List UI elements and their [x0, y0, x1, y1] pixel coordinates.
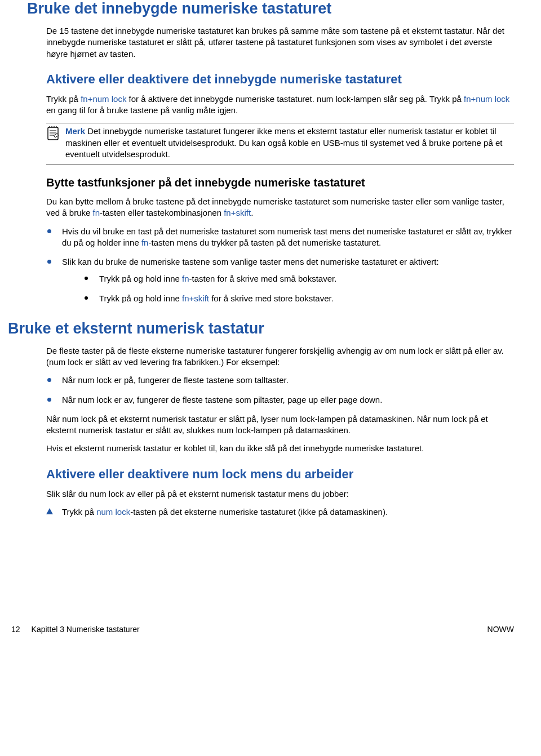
key-fn-shift: fn+skift: [224, 208, 251, 217]
step-list: Trykk på num lock-tasten på det eksterne…: [46, 506, 514, 518]
list-item: Når num lock er på, fungerer de fleste t…: [46, 375, 514, 386]
text: -tasten på det eksterne numeriske tastat…: [130, 507, 388, 517]
key-fn: fn: [141, 238, 149, 247]
bullet-list: Hvis du vil bruke en tast på det numeris…: [46, 226, 514, 304]
text: Det innebygde numeriske tastaturet funge…: [65, 126, 502, 159]
note-label: Merk: [65, 126, 85, 136]
text: en gang til for å bruke tastene på vanli…: [46, 105, 238, 115]
heading-switch-functions: Bytte tastfunksjoner på det innebygde nu…: [46, 176, 514, 189]
text: for å skrive med store bokstaver.: [209, 293, 334, 303]
key-fn-numlock: fn+num lock: [81, 94, 126, 104]
list-item: Hvis du vil bruke en tast på det numeris…: [46, 226, 514, 249]
heading-numlock-working: Aktivere eller deaktivere num lock mens …: [46, 467, 514, 482]
para-numlock-lamp: Når num lock på et eksternt numerisk tas…: [46, 413, 514, 437]
text: Slik kan du bruke de numeriske tastene s…: [62, 257, 439, 266]
heading-activate-embedded: Aktivere eller deaktivere det innebygde …: [46, 72, 514, 87]
chapter-label: Kapittel 3 Numeriske tastaturer: [32, 625, 140, 634]
footer-right: NOWW: [487, 625, 514, 634]
key-fn: fn: [93, 208, 100, 217]
text: -tasten for å skrive med små bokstaver.: [189, 274, 337, 283]
text: Trykk på: [46, 94, 81, 104]
text: Trykk på og hold inne: [99, 293, 182, 303]
text: Trykk på og hold inne: [99, 274, 182, 283]
para-numlock-working: Slik slår du num lock av eller på på et …: [46, 488, 514, 500]
key-fn-shift: fn+skift: [182, 293, 209, 303]
list-item: Trykk på num lock-tasten på det eksterne…: [46, 506, 514, 518]
text: Trykk på: [62, 507, 96, 517]
list-item: Trykk på og hold inne fn+skift for å skr…: [83, 293, 514, 304]
key-fn-numlock: fn+num lock: [464, 94, 509, 104]
note-block: Merk Det innebygde numeriske tastaturet …: [46, 123, 514, 165]
note-icon: [46, 126, 65, 144]
para-intro: De 15 tastene det innebygde numeriske ta…: [46, 25, 514, 60]
text: -tasten mens du trykker på tasten på det…: [148, 238, 381, 247]
key-numlock: num lock: [96, 507, 130, 517]
heading-embedded-keypad: Bruke det innebygde numeriske tastaturet: [27, 0, 514, 17]
list-item: Når num lock er av, fungerer de fleste t…: [46, 394, 514, 406]
text: for å aktivere det innebygde numeriske t…: [126, 94, 464, 104]
note-text: Merk Det innebygde numeriske tastaturet …: [65, 126, 514, 160]
bullet-list: Når num lock er på, fungerer de fleste t…: [46, 375, 514, 406]
page-number: 12: [11, 625, 20, 634]
key-fn: fn: [182, 274, 189, 283]
list-item: Slik kan du bruke de numeriske tastene s…: [46, 256, 514, 304]
para-activate: Trykk på fn+num lock for å aktivere det …: [46, 94, 514, 117]
nested-bullet-list: Trykk på og hold inne fn-tasten for å sk…: [83, 273, 514, 304]
para-switch: Du kan bytte mellom å bruke tastene på d…: [46, 196, 514, 219]
para-external-connected: Hvis et eksternt numerisk tastatur er ko…: [46, 443, 514, 454]
heading-external-keypad: Bruke et eksternt numerisk tastatur: [8, 320, 514, 337]
para-external-intro: De fleste taster på de fleste eksterne n…: [46, 345, 514, 368]
text: .: [251, 208, 253, 217]
text: -tasten eller tastekombinasjonen: [100, 208, 224, 217]
list-item: Trykk på og hold inne fn-tasten for å sk…: [83, 273, 514, 284]
page-footer: 12 Kapittel 3 Numeriske tastaturer NOWW: [0, 625, 541, 644]
